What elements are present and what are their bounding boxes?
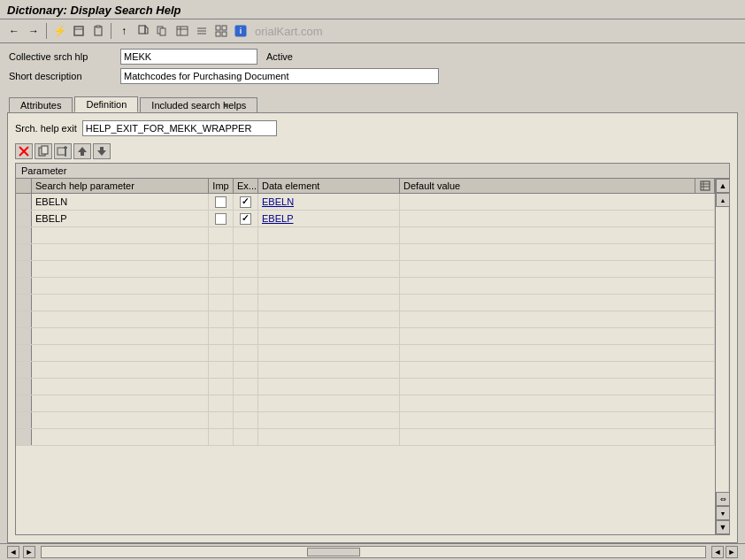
svg-rect-23 bbox=[42, 146, 48, 154]
tab-attributes-label: Attributes bbox=[20, 100, 61, 111]
table-row-empty bbox=[16, 345, 715, 362]
scroll-down2-button[interactable]: ▼ bbox=[716, 506, 729, 520]
table-row-empty bbox=[16, 429, 715, 446]
short-desc-label: Short description bbox=[9, 71, 115, 81]
svg-rect-4 bbox=[139, 26, 145, 34]
scroll-resize-button[interactable]: ⇔ bbox=[716, 492, 729, 506]
td-param-2: EBELP bbox=[32, 211, 209, 226]
td-data-2[interactable]: EBELP bbox=[258, 211, 400, 226]
search-exit-input[interactable] bbox=[82, 120, 277, 136]
td-ex-2[interactable]: ✓ bbox=[234, 211, 258, 226]
scroll-track bbox=[716, 207, 728, 492]
td-ex-1[interactable]: ✓ bbox=[234, 194, 258, 210]
tbl-move-up-button[interactable] bbox=[73, 143, 91, 159]
hscroll-far-left-button[interactable]: ◄ bbox=[711, 546, 724, 558]
svg-rect-15 bbox=[222, 26, 227, 30]
th-settings-icon[interactable] bbox=[695, 179, 715, 193]
tab-dot bbox=[225, 104, 228, 107]
svg-rect-8 bbox=[177, 27, 188, 35]
tab-attributes[interactable]: Attributes bbox=[9, 97, 73, 112]
back-button[interactable]: ← bbox=[5, 22, 23, 40]
short-desc-row: Short description bbox=[9, 68, 736, 84]
tab-included[interactable]: Included search helps bbox=[140, 97, 257, 112]
svg-rect-7 bbox=[160, 28, 165, 35]
up-button[interactable]: ↑ bbox=[115, 22, 133, 40]
collective-input[interactable] bbox=[120, 49, 257, 65]
table-body: EBELN ✓ EBELN bbox=[16, 194, 715, 534]
clipboard-button[interactable] bbox=[89, 22, 107, 40]
hscroll-right-buttons: ◄ ► bbox=[711, 546, 738, 558]
forward-button[interactable]: → bbox=[25, 22, 42, 40]
scroll-up2-button[interactable]: ▲ bbox=[716, 193, 729, 207]
search-exit-row: Srch. help exit bbox=[15, 120, 730, 136]
svg-rect-14 bbox=[216, 26, 220, 30]
grid-button[interactable] bbox=[212, 22, 230, 40]
page-button[interactable] bbox=[134, 22, 152, 40]
tbl-delete-button[interactable] bbox=[15, 143, 33, 159]
svg-marker-27 bbox=[78, 147, 87, 152]
hscroll-thumb[interactable] bbox=[307, 548, 360, 556]
data-link-2[interactable]: EBELP bbox=[262, 213, 293, 224]
td-rownum-1 bbox=[16, 194, 32, 210]
svg-rect-3 bbox=[96, 26, 100, 27]
table-inner: Search help parameter Imp Ex... Data ele… bbox=[16, 179, 715, 534]
toolbar: ← → ⚡ ↑ i orialKart.com bbox=[0, 19, 745, 43]
tbl-move-down-button[interactable] bbox=[93, 143, 111, 159]
hscroll-left-button[interactable]: ◄ bbox=[7, 546, 19, 558]
table-row-empty bbox=[16, 244, 715, 261]
settings-button[interactable] bbox=[70, 22, 88, 40]
parameter-header: Parameter bbox=[16, 164, 729, 179]
svg-rect-0 bbox=[74, 27, 83, 35]
tbl-insert-button[interactable] bbox=[54, 143, 72, 159]
data-link-1[interactable]: EBELN bbox=[262, 196, 294, 207]
th-data-element: Data element bbox=[258, 179, 400, 193]
table-row[interactable]: EBELP ✓ EBELP bbox=[16, 211, 715, 227]
checkbox-imp-1[interactable] bbox=[215, 196, 227, 208]
quick-button[interactable]: ⚡ bbox=[50, 22, 68, 40]
main-window: Dictionary: Display Search Help ← → ⚡ ↑ bbox=[0, 0, 745, 560]
svg-rect-24 bbox=[58, 148, 65, 155]
td-param-1: EBELN bbox=[32, 194, 209, 210]
scroll-down-button[interactable]: ▼ bbox=[716, 520, 729, 534]
checkbox-imp-2[interactable] bbox=[215, 213, 227, 225]
bottom-bar: ◄ ► ◄ ► bbox=[0, 543, 745, 560]
window-title: Dictionary: Display Search Help bbox=[7, 4, 181, 17]
tbl-copy-button[interactable] bbox=[35, 143, 52, 159]
title-bar: Dictionary: Display Search Help bbox=[0, 0, 745, 19]
th-default-value: Default value bbox=[400, 179, 695, 193]
td-data-1[interactable]: EBELN bbox=[258, 194, 400, 210]
td-imp-1[interactable] bbox=[209, 194, 234, 210]
toolbar-sep-1 bbox=[46, 23, 47, 39]
table-button[interactable] bbox=[173, 22, 191, 40]
table-row-empty bbox=[16, 395, 715, 412]
table-row-empty bbox=[16, 261, 715, 278]
table-row[interactable]: EBELN ✓ EBELN bbox=[16, 194, 715, 211]
status-text: Active bbox=[266, 51, 293, 62]
svg-rect-31 bbox=[701, 181, 710, 190]
table-row-empty bbox=[16, 412, 715, 429]
checkbox-ex-2[interactable]: ✓ bbox=[240, 213, 251, 225]
tab-definition-label: Definition bbox=[86, 99, 127, 110]
svg-text:i: i bbox=[240, 27, 242, 35]
list-button[interactable] bbox=[193, 22, 211, 40]
tab-definition[interactable]: Definition bbox=[74, 96, 138, 112]
table-header: Search help parameter Imp Ex... Data ele… bbox=[16, 179, 715, 194]
th-ex: Ex... bbox=[234, 179, 258, 193]
hscroll-track bbox=[41, 546, 706, 558]
table-row-empty bbox=[16, 278, 715, 295]
info-button[interactable]: i bbox=[232, 22, 250, 40]
td-imp-2[interactable] bbox=[209, 211, 234, 226]
table-toolbar bbox=[15, 143, 730, 159]
right-scrollbar: ▲ ▲ ⇔ ▼ ▼ bbox=[715, 179, 729, 534]
tabs-container: Attributes Definition Included search he… bbox=[0, 93, 745, 112]
svg-marker-5 bbox=[145, 26, 148, 34]
hscroll-far-right-button[interactable]: ► bbox=[726, 546, 738, 558]
td-default-2 bbox=[400, 211, 715, 226]
scroll-up-button[interactable]: ▲ bbox=[716, 179, 729, 193]
multipage-button[interactable] bbox=[154, 22, 172, 40]
short-desc-input[interactable] bbox=[120, 68, 439, 84]
svg-rect-17 bbox=[222, 32, 227, 36]
checkbox-ex-1[interactable]: ✓ bbox=[240, 196, 251, 208]
hscroll-right-button[interactable]: ► bbox=[23, 546, 35, 558]
th-rownum bbox=[16, 179, 32, 193]
